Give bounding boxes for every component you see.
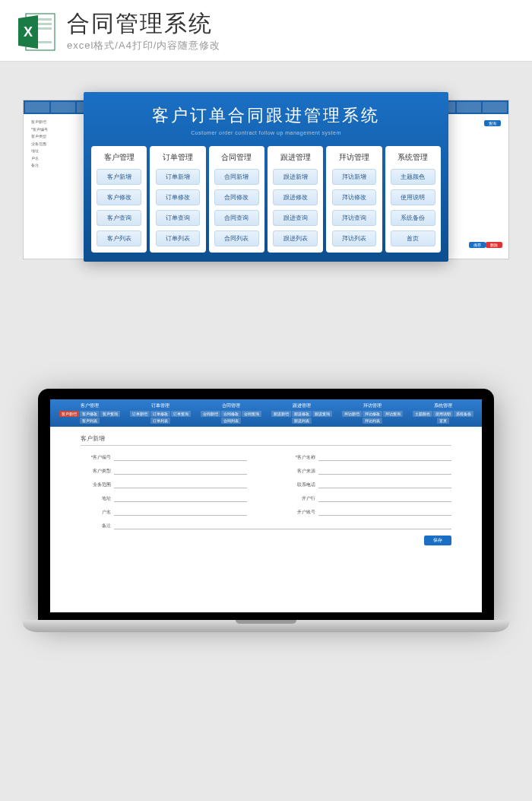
main-title: 客户订单合同跟进管理系统 — [91, 104, 441, 127]
form-row: 备注 — [81, 522, 451, 529]
column-header: 合同管理 — [221, 152, 252, 163]
menu-button[interactable]: 跟进新增 — [273, 169, 318, 185]
nav-button[interactable]: 拜访新增 — [342, 411, 362, 417]
nav-group-title: 系统管理 — [408, 402, 477, 409]
nav-button[interactable]: 订单新增 — [130, 411, 150, 417]
form-input[interactable] — [114, 522, 451, 529]
nav-button[interactable]: 拜访修改 — [363, 411, 382, 417]
save-button[interactable]: 保存 — [424, 536, 451, 545]
menu-column: 系统管理主题颜色使用说明系统备份首页 — [385, 146, 441, 253]
nav-button[interactable]: 客户新增 — [59, 411, 79, 417]
menu-button[interactable]: 拜访查询 — [332, 210, 377, 226]
form-input[interactable] — [114, 481, 247, 488]
nav-button[interactable]: 客户列表 — [80, 418, 100, 424]
nav-button[interactable]: 首页 — [437, 418, 449, 424]
nav-group-title: 订单管理 — [125, 402, 195, 409]
nav-button[interactable]: 主题颜色 — [413, 411, 432, 417]
bg-query-button: 查询 — [484, 120, 501, 126]
menu-button[interactable]: 合同新增 — [214, 169, 259, 185]
nav-button[interactable]: 跟进新增 — [271, 411, 291, 417]
form-row: 联系电话 — [285, 481, 451, 488]
nav-button[interactable]: 合同新增 — [201, 411, 220, 417]
nav-group-title: 跟进管理 — [267, 402, 336, 409]
menu-button[interactable]: 系统备份 — [391, 210, 435, 226]
nav-button[interactable]: 跟进查询 — [312, 411, 332, 417]
menu-column: 合同管理合同新增合同修改合同查询合同列表 — [209, 146, 264, 253]
nav-button[interactable]: 系统备份 — [454, 411, 473, 417]
menu-button[interactable]: 合同查询 — [214, 210, 259, 226]
form-input[interactable] — [318, 481, 451, 488]
excel-icon: X — [15, 11, 58, 53]
navbar: 客户管理客户新增客户修改客户查询客户列表订单管理订单新增订单修改订单查询订单列表… — [50, 399, 482, 427]
menu-column: 客户管理客户新增客户修改客户查询客户列表 — [91, 146, 147, 253]
form-input[interactable] — [114, 467, 247, 475]
nav-button[interactable]: 订单修改 — [150, 411, 170, 417]
form-input[interactable] — [114, 508, 247, 516]
menu-column: 订单管理订单新增订单修改订单查询订单列表 — [150, 146, 205, 253]
menu-button[interactable]: 订单列表 — [156, 230, 201, 246]
nav-button[interactable]: 使用说明 — [433, 411, 453, 417]
nav-group: 合同管理合同新增合同修改合同查询合同列表 — [196, 402, 265, 424]
page-subtitle: excel格式/A4打印/内容随意修改 — [67, 39, 517, 52]
header: X 合同管理系统 excel格式/A4打印/内容随意修改 — [0, 0, 532, 62]
nav-group: 订单管理订单新增订单修改订单查询订单列表 — [125, 402, 195, 424]
column-header: 订单管理 — [163, 152, 193, 163]
column-header: 系统管理 — [397, 152, 428, 163]
page-title: 合同管理系统 — [67, 11, 517, 36]
menu-button[interactable]: 使用说明 — [391, 189, 435, 205]
nav-group: 客户管理客户新增客户修改客户查询客户列表 — [55, 402, 124, 424]
menu-button[interactable]: 客户新增 — [97, 169, 141, 185]
form-label: 备注 — [81, 523, 111, 529]
form-input[interactable] — [114, 494, 247, 502]
menu-button[interactable]: 客户修改 — [97, 189, 141, 205]
nav-button[interactable]: 合同查询 — [242, 411, 261, 417]
nav-group: 拜访管理拜访新增拜访修改拜访查询拜访列表 — [337, 402, 407, 424]
form-input[interactable] — [114, 453, 247, 461]
laptop-mockup: 客户管理客户新增客户修改客户查询客户列表订单管理订单新增订单修改订单查询订单列表… — [38, 389, 494, 632]
nav-button[interactable]: 合同修改 — [221, 411, 241, 417]
form-row: 开户行 — [285, 494, 451, 502]
nav-button[interactable]: 拜访列表 — [363, 418, 382, 424]
menu-button[interactable]: 订单新增 — [156, 169, 201, 185]
nav-button[interactable]: 订单列表 — [150, 418, 170, 424]
menu-button[interactable]: 跟进查询 — [273, 210, 318, 226]
menu-button[interactable]: 首页 — [391, 230, 435, 246]
column-header: 拜访管理 — [339, 152, 369, 163]
column-header: 客户管理 — [104, 152, 135, 163]
nav-button[interactable]: 订单查询 — [171, 411, 191, 417]
menu-button[interactable]: 合同列表 — [214, 230, 259, 246]
menu-button[interactable]: 拜访新增 — [332, 169, 377, 185]
form-row: 户名 — [81, 508, 247, 516]
menu-button[interactable]: 合同修改 — [214, 189, 259, 205]
nav-group: 系统管理主题颜色使用说明系统备份首页 — [408, 402, 477, 424]
laptop-base — [23, 620, 509, 632]
form-label: 开户行 — [285, 495, 315, 502]
nav-button[interactable]: 客户修改 — [80, 411, 100, 417]
menu-button[interactable]: 订单查询 — [156, 210, 201, 226]
form-row: 开户账号 — [285, 508, 451, 516]
form-input[interactable] — [318, 467, 451, 475]
form-row: *客户名称 — [285, 453, 451, 461]
menu-button[interactable]: 拜访列表 — [332, 230, 377, 246]
nav-button[interactable]: 合同列表 — [221, 418, 241, 424]
svg-text:X: X — [24, 24, 33, 40]
preview-stage-1: 客户新增 *客户编号 客户类型 业务范围 地址 户名 备注 查询 范围 保存 删… — [0, 92, 532, 320]
menu-button[interactable]: 客户查询 — [97, 210, 141, 226]
nav-button[interactable]: 跟进修改 — [292, 411, 312, 417]
form-row: 业务范围 — [81, 481, 247, 488]
form-input[interactable] — [318, 508, 451, 516]
form-input[interactable] — [318, 453, 451, 461]
menu-button[interactable]: 跟进修改 — [273, 189, 318, 205]
menu-button[interactable]: 拜访修改 — [332, 189, 377, 205]
nav-button[interactable]: 跟进列表 — [292, 418, 312, 424]
menu-button[interactable]: 客户列表 — [97, 230, 141, 246]
nav-group-title: 合同管理 — [196, 402, 265, 409]
form-row: *客户编号 — [81, 453, 247, 461]
nav-button[interactable]: 客户查询 — [100, 411, 120, 417]
nav-button[interactable]: 拜访查询 — [383, 411, 403, 417]
menu-button[interactable]: 跟进列表 — [273, 230, 318, 246]
main-panel: 客户订单合同跟进管理系统 Customer order contract fol… — [84, 92, 448, 262]
menu-button[interactable]: 订单修改 — [156, 189, 201, 205]
menu-button[interactable]: 主题颜色 — [391, 169, 435, 185]
form-input[interactable] — [318, 494, 451, 502]
